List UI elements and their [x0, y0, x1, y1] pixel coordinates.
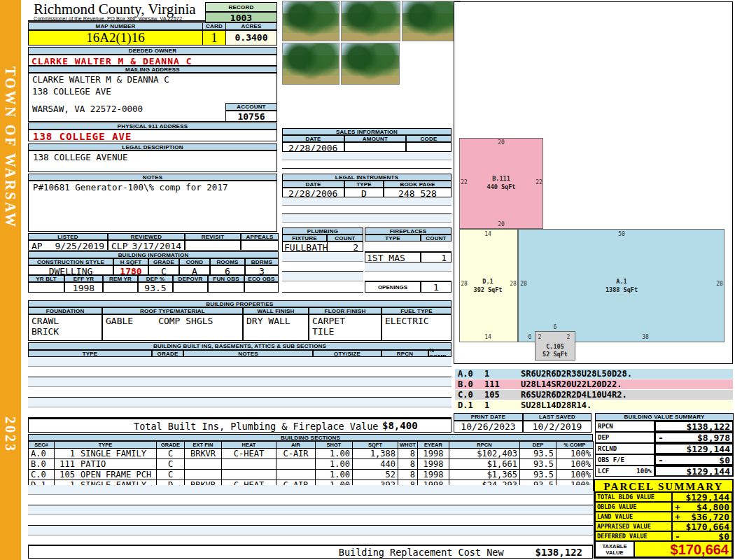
roof-label: ROOF TYPE/MATERIAL: [102, 307, 243, 314]
mailing-line-2: 138 COLLEGE AVE: [32, 86, 111, 97]
vector-sec: C.0: [455, 390, 484, 400]
sketch-C-sqft: 52 SqFt: [542, 351, 568, 358]
map-number-label: MAP NUMBER: [28, 22, 203, 30]
sketch-section-A: [518, 229, 724, 342]
vector-code: 111: [484, 379, 521, 389]
fireplaces-title: FIREPLACES: [365, 227, 451, 234]
effyr-label: EFF YR: [64, 275, 103, 282]
cell-comp: 100%: [556, 470, 594, 480]
sales-row-date: 2/28/2006: [282, 142, 344, 152]
ps-appraised-label: APPRAISED VALUE: [595, 522, 672, 531]
ecoobs-label: ECO OBS: [244, 275, 279, 282]
builtins-empty-row: [28, 387, 451, 398]
cell-eyear: 1998: [418, 449, 449, 459]
ps-taxable-label: TAXABLE VALUE: [595, 541, 634, 557]
acres-label: ACRES: [225, 22, 277, 30]
property-photo-5[interactable]: [341, 43, 400, 85]
plumbing-row-count: 2: [327, 241, 363, 252]
instruments-row-type: D: [344, 188, 384, 197]
revisit-value: [185, 240, 241, 251]
sketch-B-dim-top: 20: [498, 139, 505, 146]
col-type: TYPE: [55, 442, 157, 449]
vs-lcf-label: LCF 100%: [595, 465, 654, 477]
fireplaces-row-type: 1ST MAS: [365, 252, 421, 262]
instruments-row-date: 2/28/2006: [282, 188, 344, 197]
sales-title: SALES INFORMATION: [282, 128, 451, 135]
mailing-line-1: CLARKE WALTER M & DEANNA C: [32, 74, 169, 85]
instruments-header-book: BOOK PAGE: [384, 181, 451, 188]
col-shgt: SHGT: [316, 442, 353, 449]
header-rule: [28, 20, 207, 22]
ps-value: $170,664: [685, 522, 729, 532]
ps-land-label: LAND VALUE: [595, 512, 672, 522]
listed-label: LISTED: [28, 233, 108, 240]
vector-sec: B.0: [455, 379, 484, 389]
deeded-owner-label: DEEDED OWNER: [28, 47, 277, 55]
rooms-label: ROOMS: [210, 258, 245, 265]
legal-description-value: 138 COLLEGE AVENUE: [28, 150, 277, 172]
vector-code: 1: [484, 369, 521, 379]
parcel-summary-title: PARCEL SUMMARY: [595, 481, 732, 492]
cell-grade: C: [157, 470, 185, 480]
sections-empty-row: [28, 485, 593, 495]
sketch-A-sqft: 1388 SqFt: [606, 286, 638, 293]
cell-sqft: 1,388: [353, 449, 398, 459]
wall-finish-value: DRY WALL: [243, 314, 309, 341]
effyr-value: 1998: [64, 282, 103, 293]
sketch-B-dim-bottom: 20: [498, 221, 505, 227]
cond-label: COND: [179, 258, 210, 265]
cell-comp: 100%: [556, 449, 594, 459]
fireplaces-row-count: 1: [421, 252, 451, 262]
hsqft-value: 1780: [113, 265, 148, 275]
property-photo-2[interactable]: [341, 1, 400, 41]
vs-obs-label: OBS F/E: [595, 454, 654, 465]
vector-row-B: B.0 111 U28L14SR20U22L20D22.: [455, 379, 733, 389]
sections-header-row: SEC# TYPE GRADE EXT FIN HEAT AIR SHGT SQ…: [29, 442, 594, 449]
ps-op: +: [675, 502, 680, 512]
rooms-value: 6: [210, 265, 245, 275]
sections-title: BUILDING SECTIONS: [28, 434, 593, 441]
col-extfin: EXT FIN: [185, 442, 222, 449]
account-value: 10756: [225, 111, 277, 122]
cell-sec: A.0: [29, 449, 55, 459]
ecoobs-value: [244, 282, 279, 293]
dep-pct-value: 93.5: [138, 282, 173, 293]
sales-row-amount: [344, 142, 406, 152]
property-photo-3[interactable]: [402, 1, 461, 41]
vector-sec: D.1: [455, 400, 484, 410]
fireplaces-header-count: COUNT: [421, 234, 451, 241]
col-dep: DEP: [520, 442, 556, 449]
vector-code: 105: [484, 390, 521, 400]
cell-whgt: 8: [398, 470, 418, 480]
hsqft-label: H SQFT: [113, 258, 148, 265]
plumbing-empty-row: [282, 281, 363, 293]
cell-extfin: BRKVR: [185, 449, 222, 459]
builtins-empty-row: [28, 367, 451, 377]
listed-value: AP9/25/2019: [28, 240, 108, 251]
property-photo-1[interactable]: [282, 1, 340, 41]
floor-line-1: CARPET: [312, 316, 378, 326]
ps-total-bldg-label: TOTAL BLDG VALUE: [595, 492, 672, 502]
instruments-row-book: 248 528: [384, 188, 451, 197]
vs-lcf-text: LCF: [598, 468, 609, 475]
fuel-type-label: FUEL TYPE: [382, 307, 451, 314]
value-summary-title: BUILDING VALUE SUMMARY: [595, 413, 734, 421]
cell-shgt: 1.00: [316, 459, 353, 470]
card-label: CARD: [202, 22, 226, 30]
section-row: A.0 1SINGLE FAMILY C BRKVR C-HEAT C-AIR …: [29, 449, 594, 459]
dep-pct-label: DEP %: [138, 275, 173, 282]
vs-value: $138,122: [686, 421, 730, 432]
ps-deferred: -$0: [672, 531, 732, 541]
section-row: B.0 111PATIO C 1.00 440 8 1998 $1,661 93…: [29, 459, 594, 470]
vs-rpcn-label: RPCN: [595, 421, 654, 432]
property-photo-4[interactable]: [282, 43, 340, 85]
reviewed-date: 3/17/2014: [132, 241, 181, 250]
vs-lcf: $129,144: [654, 465, 734, 477]
vector-path: SR6U2R6D2R38U28L50D28.: [521, 369, 733, 379]
cell-comp: 100%: [556, 459, 594, 470]
remyr-value: [103, 282, 138, 293]
sketch-D-dim-right: 28: [510, 281, 517, 287]
sketch-D-id: D.1: [482, 278, 493, 285]
notes-label: NOTES: [28, 174, 277, 181]
instruments-title: LEGAL INSTRUMENTS: [282, 174, 451, 181]
